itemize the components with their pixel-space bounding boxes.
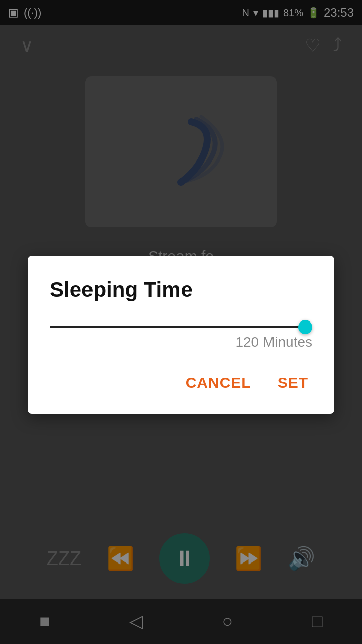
slider-fill (50, 326, 312, 328)
slider-thumb[interactable] (298, 320, 312, 334)
sleeping-time-dialog: Sleeping Time 120 Minutes CANCEL SET (28, 256, 334, 414)
set-button[interactable]: SET (274, 368, 312, 397)
dialog-title: Sleeping Time (50, 278, 312, 302)
slider-value: 120 Minutes (50, 334, 312, 350)
dialog-buttons: CANCEL SET (50, 368, 312, 397)
cancel-button[interactable]: CANCEL (182, 368, 255, 397)
slider-track (50, 326, 312, 328)
sleep-timer-slider-container (50, 326, 312, 328)
